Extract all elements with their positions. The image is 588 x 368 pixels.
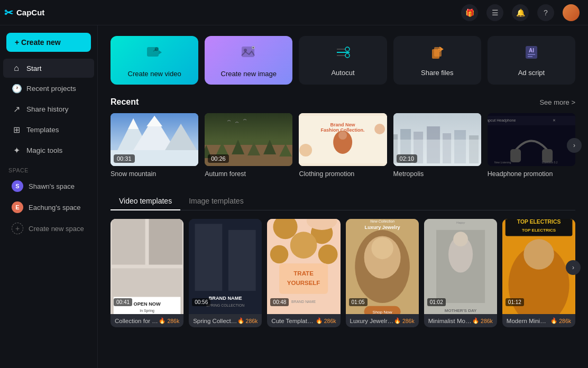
recent-item-mountain[interactable]: 00:31 Snow mountain	[111, 113, 198, 178]
space-section-label: SPACE	[0, 161, 97, 176]
qa-autocut[interactable]: Autocut	[299, 36, 387, 85]
create-new-button[interactable]: + Create new	[6, 33, 91, 52]
template-footer-0: Collection for Women's Outfits 🔥 286k	[111, 314, 183, 327]
recent-name-headphone: Headphone promotion	[488, 170, 575, 178]
avatar[interactable]	[563, 4, 580, 21]
qa-autocut-label: Autocut	[331, 69, 354, 77]
tab-image-templates[interactable]: Image templates	[180, 192, 252, 210]
sidebar-label-recent: Recent projects	[26, 85, 76, 93]
sidebar-item-share-history[interactable]: ↗ Share history	[3, 99, 94, 119]
sidebar: + Create new ⌂ Start 🕐 Recent projects ↗…	[0, 25, 98, 368]
create-new-space[interactable]: + Create new space	[3, 218, 94, 238]
svg-text:TOP ELECTRICS: TOP ELECTRICS	[522, 228, 556, 233]
svg-text:AI: AI	[529, 48, 534, 53]
svg-rect-60	[149, 219, 182, 265]
help-icon[interactable]: ?	[537, 4, 554, 21]
template-item-1[interactable]: BRAND NAME SPRING COLLECTION 00:56 Sprin…	[189, 219, 262, 327]
notification-icon[interactable]: 🔔	[512, 4, 529, 21]
quick-actions-row: Create new video Create new image	[111, 36, 575, 85]
svg-point-74	[290, 232, 317, 259]
qa-share-files[interactable]: Share files	[393, 36, 481, 85]
sidebar-item-templates[interactable]: ⊞ Templates	[3, 120, 94, 140]
svg-rect-12	[434, 47, 442, 57]
tab-video-templates[interactable]: Video templates	[111, 192, 180, 210]
sidebar-item-magic-tools[interactable]: ✦ Magic tools	[3, 141, 94, 160]
recent-item-forest[interactable]: 00:26 Autumn forest	[205, 113, 292, 178]
gift-icon[interactable]: 🎁	[461, 4, 478, 21]
recent-item-clothing[interactable]: Brand New Fashion Collection. Clothing p…	[299, 113, 387, 178]
autocut-icon	[335, 44, 352, 65]
svg-text:Brand New: Brand New	[330, 122, 356, 127]
template-likes-3: 🔥 286k	[394, 317, 415, 324]
svg-text:Capcut Headphone: Capcut Headphone	[488, 118, 516, 123]
template-footer-2: Cute Template for Desserts 🔥 286k	[267, 314, 340, 327]
svg-text:✕: ✕	[553, 118, 556, 122]
svg-rect-78	[279, 263, 328, 294]
template-time-4: 01:02	[427, 298, 446, 306]
svg-text:Luxury Jewelry: Luxury Jewelry	[364, 225, 400, 230]
template-item-3[interactable]: New Collection Luxury Jewelry Shop Now 0…	[346, 219, 419, 327]
svg-rect-59	[112, 219, 145, 265]
qa-share-files-label: Share files	[421, 69, 453, 77]
svg-text:MOTHER'S DAY: MOTHER'S DAY	[444, 308, 476, 313]
sidebar-item-recent-projects[interactable]: 🕐 Recent projects	[3, 79, 94, 98]
template-tabs: Video templates Image templates	[111, 192, 575, 210]
qa-ad-script-label: Ad script	[518, 69, 545, 77]
template-item-5[interactable]: TOP ELECTRICS TOP ELECTRICS 01:12 Modern…	[502, 219, 575, 327]
template-name-2: Cute Template for Desserts	[271, 318, 315, 324]
sidebar-label-start: Start	[26, 65, 42, 72]
recent-name-mountain: Snow mountain	[111, 170, 198, 178]
menu-icon[interactable]: ☰	[486, 4, 503, 21]
space-shawn[interactable]: S Shawn's space	[3, 176, 94, 196]
sidebar-label-templates: Templates	[26, 126, 59, 134]
template-time-3: 01:05	[349, 298, 368, 306]
clock-icon: 🕐	[12, 84, 21, 94]
layout: + Create new ⌂ Start 🕐 Recent projects ↗…	[0, 25, 588, 368]
svg-text:Shop Now: Shop Now	[372, 310, 392, 314]
space-label-shawn: Shawn's space	[29, 182, 75, 190]
app-name: CapCut	[16, 8, 44, 17]
template-item-2[interactable]: TRATE YOURSELF BRAND NAME 00:48 Cute Tem…	[267, 219, 340, 327]
space-label-eachung: Eachung's space	[29, 204, 81, 211]
space-avatar-e: E	[12, 201, 23, 213]
template-name-3: Luxury Jewelry Display Sale	[350, 318, 394, 324]
template-next-button[interactable]: ›	[566, 260, 581, 275]
svg-point-10	[345, 53, 350, 58]
svg-point-75	[270, 245, 289, 264]
recent-item-headphone[interactable]: Capcut Headphone ✕ New Listening Bluetoo…	[488, 113, 575, 178]
template-likes-4: 🔥 286k	[472, 317, 493, 324]
recent-item-metropolis[interactable]: 02:10 Metropolis	[393, 113, 481, 178]
template-footer-1: Spring Collection for Males' Fashion 🔥 2…	[189, 314, 262, 327]
svg-text:TOP ELECTRICS: TOP ELECTRICS	[517, 219, 561, 225]
template-name-4: Minimalist Mother's Day Sale	[428, 318, 472, 324]
home-icon: ⌂	[12, 63, 21, 73]
recent-next-button[interactable]: ›	[567, 138, 582, 153]
video-icon	[145, 43, 164, 66]
svg-point-38	[339, 131, 347, 140]
app-logo[interactable]: ✂ CapCut	[4, 6, 44, 19]
recent-thumb-forest: 00:26	[205, 113, 292, 166]
template-item-4[interactable]: Happy MOTHER'S DAY Sale 01:02 Minimalist…	[424, 219, 497, 327]
ad-script-icon: AI	[523, 44, 540, 65]
qa-create-image[interactable]: Create new image	[205, 36, 292, 85]
svg-text:Bluetooth 5.2: Bluetooth 5.2	[542, 161, 558, 164]
template-likes-2: 🔥 286k	[316, 317, 336, 324]
qa-ad-script[interactable]: AI Ad script	[488, 36, 575, 85]
recent-time-forest: 00:26	[208, 154, 229, 163]
sidebar-item-start[interactable]: ⌂ Start	[3, 59, 94, 78]
svg-point-85	[371, 237, 393, 259]
template-footer-5: Modern Minimalist Intelligent Product Pr…	[502, 314, 575, 327]
qa-create-video-label: Create new video	[128, 70, 181, 78]
see-more-recent[interactable]: See more >	[539, 98, 575, 106]
recent-thumb-headphone: Capcut Headphone ✕ New Listening Bluetoo…	[488, 113, 575, 166]
template-time-0: 00:41	[114, 298, 132, 306]
template-name-5: Modern Minimalist Intelligent Product Pr…	[507, 318, 550, 324]
svg-text:In Spring: In Spring	[140, 309, 154, 313]
svg-text:OPEN NOW: OPEN NOW	[134, 301, 161, 307]
qa-create-video[interactable]: Create new video	[111, 36, 198, 85]
template-likes-1: 🔥 286k	[237, 317, 258, 324]
sidebar-label-magic-tools: Magic tools	[26, 146, 62, 154]
recent-thumb-clothing: Brand New Fashion Collection.	[299, 113, 387, 166]
space-eachung[interactable]: E Eachung's space	[3, 197, 94, 217]
template-item-0[interactable]: OPEN NOW In Spring 00:41 Collection for …	[111, 219, 183, 327]
